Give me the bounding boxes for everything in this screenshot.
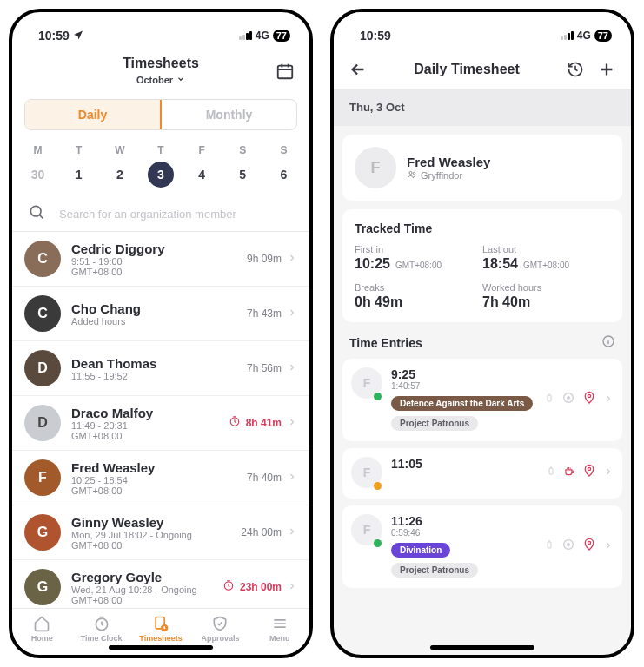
day-number: 2 bbox=[107, 162, 133, 188]
day-label: T bbox=[58, 144, 99, 156]
member-time-range: 10:25 - 18:54 bbox=[71, 475, 236, 485]
member-row[interactable]: GGinny WeasleyMon, 29 Jul 18:02 - Ongoin… bbox=[12, 505, 309, 560]
pin-icon bbox=[582, 391, 596, 408]
member-row[interactable]: CCho ChangAdded hours7h 43m bbox=[12, 287, 309, 341]
search-input[interactable]: Search for an organization member bbox=[12, 196, 309, 232]
status-dot bbox=[374, 393, 382, 400]
member-name: Draco Malfoy bbox=[71, 406, 218, 420]
avatar: F bbox=[351, 514, 382, 545]
member-row[interactable]: GGregory GoyleWed, 21 Aug 10:28 - Ongoin… bbox=[12, 560, 309, 608]
status-bar: 10:59 4G 77 bbox=[334, 12, 631, 50]
member-row[interactable]: FFred Weasley10:25 - 18:54GMT+08:007h 40… bbox=[12, 451, 309, 505]
shield-icon bbox=[211, 614, 229, 633]
member-timezone: GMT+08:00 bbox=[71, 485, 236, 496]
day-cell[interactable]: M30 bbox=[17, 144, 58, 188]
member-timezone: GMT+08:00 bbox=[71, 540, 230, 551]
day-number: 1 bbox=[66, 162, 92, 188]
search-placeholder: Search for an organization member bbox=[59, 208, 236, 221]
member-name: Dean Thomas bbox=[71, 356, 236, 371]
avatar: F bbox=[351, 457, 382, 488]
home-indicator[interactable] bbox=[109, 645, 213, 650]
day-cell[interactable]: S5 bbox=[222, 144, 263, 188]
status-time: 10:59 bbox=[38, 29, 70, 43]
chevron-right-icon bbox=[603, 465, 614, 480]
group-icon bbox=[407, 169, 417, 182]
member-timezone: GMT+08:00 bbox=[71, 595, 212, 605]
tab-menu[interactable]: Menu bbox=[250, 614, 309, 643]
member-duration: 7h 56m bbox=[247, 362, 282, 374]
menu-icon bbox=[271, 614, 289, 633]
svg-rect-10 bbox=[548, 395, 551, 401]
calendar-button[interactable] bbox=[273, 59, 297, 83]
svg-point-15 bbox=[588, 467, 590, 470]
entry-start-time: 11:26 bbox=[391, 514, 535, 528]
header: Timesheets October bbox=[12, 50, 309, 92]
history-button[interactable] bbox=[563, 57, 588, 82]
month-selector[interactable]: October bbox=[136, 75, 185, 85]
battery-icon: 77 bbox=[273, 30, 290, 42]
avatar: C bbox=[24, 295, 61, 332]
day-cell[interactable]: T1 bbox=[58, 144, 99, 188]
tracked-time-title: Tracked Time bbox=[355, 221, 610, 235]
status-bar: 10:59 4G 77 bbox=[12, 12, 309, 50]
entry-start-time: 9:25 bbox=[391, 367, 535, 381]
info-icon[interactable] bbox=[601, 334, 615, 352]
avatar: G bbox=[24, 569, 61, 605]
time-entry[interactable]: F11:260:59:46DivinationProject Patronus bbox=[342, 505, 622, 588]
day-label: T bbox=[140, 144, 181, 156]
svg-point-12 bbox=[568, 396, 570, 399]
svg-point-7 bbox=[409, 171, 412, 174]
user-name: Fred Weasley bbox=[407, 155, 490, 169]
entry-chip: Project Patronus bbox=[391, 416, 478, 431]
svg-rect-0 bbox=[278, 66, 293, 79]
geofence-icon bbox=[561, 391, 575, 408]
chevron-right-icon bbox=[603, 392, 614, 407]
member-name: Fred Weasley bbox=[71, 460, 236, 475]
user-card[interactable]: F Fred Weasley Gryffindor bbox=[342, 135, 622, 201]
pin-icon bbox=[582, 464, 596, 481]
member-time-range: 11:55 - 19:52 bbox=[71, 371, 236, 381]
tab-time-clock[interactable]: Time Clock bbox=[71, 614, 130, 643]
add-button[interactable] bbox=[594, 57, 619, 82]
day-cell[interactable]: S6 bbox=[263, 144, 304, 188]
tab-home[interactable]: Home bbox=[12, 614, 71, 643]
back-button[interactable] bbox=[346, 57, 370, 82]
day-cell[interactable]: W2 bbox=[99, 144, 140, 188]
clock-icon bbox=[93, 614, 110, 633]
member-row[interactable]: DDraco Malfoy11:49 - 20:31GMT+08:008h 41… bbox=[12, 396, 309, 451]
member-duration: 23h 00m bbox=[240, 581, 282, 593]
timesheets-screen: 10:59 4G 77 Timesheets October Daily bbox=[9, 9, 313, 658]
chevron-right-icon bbox=[287, 360, 297, 376]
member-name: Cho Chang bbox=[71, 301, 236, 316]
last-out-block: Last out 18:54 GMT+08:00 bbox=[482, 244, 610, 272]
tab-monthly[interactable]: Monthly bbox=[162, 100, 296, 129]
day-cell[interactable]: T3 bbox=[140, 144, 181, 188]
member-timezone: GMT+08:00 bbox=[71, 431, 218, 441]
tab-label: Home bbox=[31, 634, 53, 643]
day-label: F bbox=[182, 144, 222, 156]
breaks-block: Breaks 0h 49m bbox=[355, 282, 482, 310]
time-entry[interactable]: F9:251:40:57Defence Against the Dark Art… bbox=[342, 359, 622, 441]
day-number: 3 bbox=[148, 162, 174, 188]
member-duration: 8h 41m bbox=[246, 417, 282, 429]
tab-timesheets[interactable]: Timesheets bbox=[131, 614, 190, 643]
tab-label: Timesheets bbox=[139, 634, 182, 643]
member-list[interactable]: CCedric Diggory9:51 - 19:00GMT+08:009h 0… bbox=[12, 232, 309, 608]
chevron-right-icon bbox=[603, 538, 614, 554]
day-cell[interactable]: F4 bbox=[182, 144, 222, 188]
battery-icon bbox=[544, 391, 554, 408]
tab-daily[interactable]: Daily bbox=[25, 100, 162, 129]
daily-timesheet-screen: 10:59 4G 77 Daily Timesheet Thu, 3 Oct F… bbox=[330, 9, 634, 658]
entry-duration: 1:40:57 bbox=[391, 381, 535, 391]
battery-icon bbox=[546, 464, 556, 481]
member-row[interactable]: DDean Thomas11:55 - 19:527h 56m bbox=[12, 341, 309, 396]
day-number: 30 bbox=[25, 162, 51, 188]
week-strip: M30T1W2T3F4S5S6 bbox=[12, 137, 309, 196]
member-row[interactable]: CCedric Diggory9:51 - 19:00GMT+08:009h 0… bbox=[12, 232, 309, 287]
member-duration: 7h 40m bbox=[247, 472, 282, 484]
time-entries-title: Time Entries bbox=[349, 336, 422, 350]
time-entry[interactable]: F11:05 bbox=[342, 448, 622, 499]
pin-icon bbox=[582, 538, 596, 555]
home-indicator[interactable] bbox=[430, 645, 534, 650]
tab-approvals[interactable]: Approvals bbox=[190, 614, 249, 643]
